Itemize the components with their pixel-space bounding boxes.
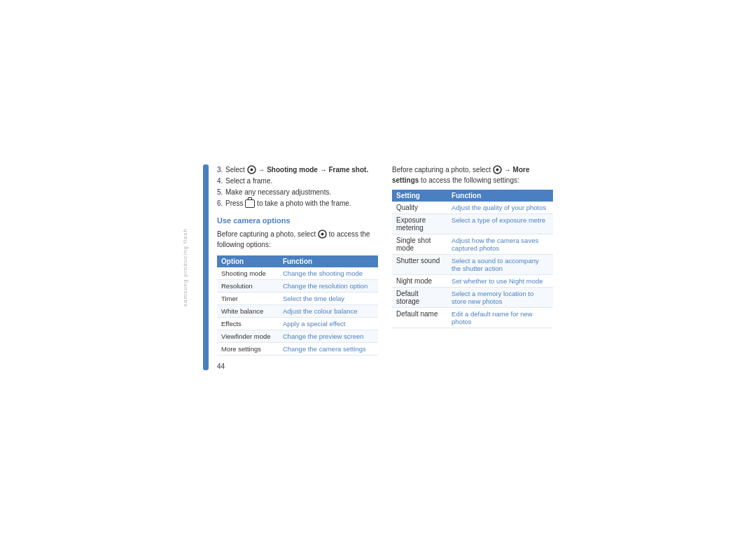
settings-table: Setting Function Quality Adjust the qual… xyxy=(392,190,553,328)
option-function: Change the preview screen xyxy=(279,330,378,342)
table-row: More settings Change the camera settings xyxy=(217,342,378,355)
settings-table-body: Quality Adjust the quality of your photo… xyxy=(392,202,553,328)
option-function: Change the camera settings xyxy=(279,342,378,355)
options-table-header-row: Option Function xyxy=(217,255,378,267)
table-row: Default storage Select a memory location… xyxy=(392,287,553,307)
step-4: 4. Select a frame. xyxy=(217,176,378,187)
section-heading: Use camera options xyxy=(217,216,378,225)
table-row: Shooting mode Change the shooting mode xyxy=(217,267,378,280)
setting-name: Quality xyxy=(392,202,447,214)
table-row: Night mode Set whether to use Night mode xyxy=(392,274,553,287)
options-col-option: Option xyxy=(217,255,279,267)
options-table: Option Function Shooting mode Change the… xyxy=(217,255,378,356)
settings-col-setting: Setting xyxy=(392,190,447,202)
table-row: Quality Adjust the quality of your photo… xyxy=(392,202,553,214)
option-function: Adjust the colour balance xyxy=(279,304,378,317)
sidebar-label: samsung producing flash xyxy=(182,228,188,307)
steps-list: 3. Select → Shooting mode → Frame shot. … xyxy=(217,164,378,209)
table-row: Effects Apply a special effect xyxy=(217,317,378,330)
left-column: 3. Select → Shooting mode → Frame shot. … xyxy=(217,164,378,370)
page: samsung producing flash 3. Select → Shoo… xyxy=(0,0,756,534)
option-name: Effects xyxy=(217,317,279,330)
setting-function: Edit a default name for new photos xyxy=(447,307,553,328)
table-row: Shutter sound Select a sound to accompan… xyxy=(392,254,553,274)
setting-function: Select a sound to accompany the shutter … xyxy=(447,254,553,274)
setting-name: Single shot mode xyxy=(392,234,447,254)
options-table-body: Shooting mode Change the shooting mode R… xyxy=(217,267,378,356)
setting-function: Select a memory location to store new ph… xyxy=(447,287,553,307)
option-name: White balance xyxy=(217,304,279,317)
right-column: Before capturing a photo, select → More … xyxy=(392,164,553,370)
blue-sidebar-bar xyxy=(203,164,209,370)
table-row: Single shot mode Adjust how the camera s… xyxy=(392,234,553,254)
svg-point-3 xyxy=(321,233,323,236)
table-row: Viewfinder mode Change the preview scree… xyxy=(217,330,378,342)
setting-name: Night mode xyxy=(392,274,447,287)
settings-col-function: Function xyxy=(447,190,553,202)
content-wrapper: samsung producing flash 3. Select → Shoo… xyxy=(203,164,553,370)
step-3: 3. Select → Shooting mode → Frame shot. xyxy=(217,164,378,176)
option-name: More settings xyxy=(217,342,279,355)
setting-name: Exposure metering xyxy=(392,213,447,234)
setting-name: Default name xyxy=(392,307,447,328)
page-number: 44 xyxy=(217,363,378,370)
step-6: 6. Press to take a photo with the frame. xyxy=(217,198,378,209)
step-5: 5. Make any necessary adjustments. xyxy=(217,187,378,198)
section-intro: Before capturing a photo, select to acce… xyxy=(217,229,378,250)
sidebar-label-container: samsung producing flash xyxy=(182,228,188,307)
setting-function: Adjust the quality of your photos xyxy=(447,202,553,214)
option-name: Viewfinder mode xyxy=(217,330,279,342)
table-row: Resolution Change the resolution option xyxy=(217,279,378,292)
option-name: Shooting mode xyxy=(217,267,279,280)
setting-name: Shutter sound xyxy=(392,254,447,274)
option-name: Timer xyxy=(217,292,279,304)
right-column-intro: Before capturing a photo, select → More … xyxy=(392,164,553,185)
setting-function: Select a type of exposure metre xyxy=(447,213,553,234)
table-row: Default name Edit a default name for new… xyxy=(392,307,553,328)
options-col-function: Function xyxy=(279,255,378,267)
option-name: Resolution xyxy=(217,279,279,292)
svg-point-1 xyxy=(250,169,253,171)
option-function: Change the shooting mode xyxy=(279,267,378,280)
table-row: White balance Adjust the colour balance xyxy=(217,304,378,317)
table-row: Exposure metering Select a type of expos… xyxy=(392,213,553,234)
setting-function: Adjust how the camera saves captured pho… xyxy=(447,234,553,254)
option-function: Change the resolution option xyxy=(279,279,378,292)
option-function: Select the time delay xyxy=(279,292,378,304)
table-row: Timer Select the time delay xyxy=(217,292,378,304)
settings-table-header-row: Setting Function xyxy=(392,190,553,202)
setting-function: Set whether to use Night mode xyxy=(447,274,553,287)
option-function: Apply a special effect xyxy=(279,317,378,330)
setting-name: Default storage xyxy=(392,287,447,307)
svg-point-5 xyxy=(496,169,498,171)
